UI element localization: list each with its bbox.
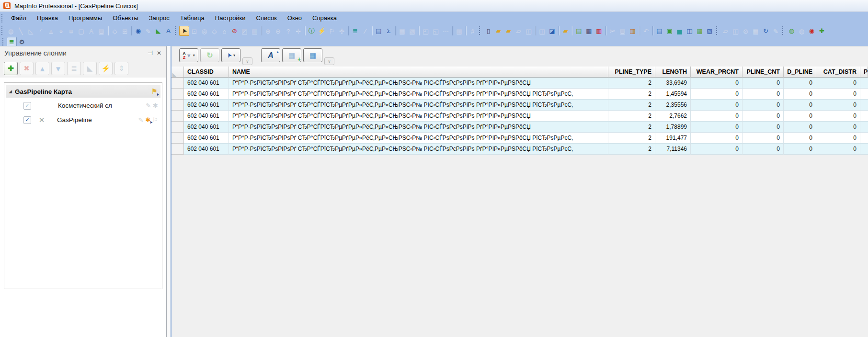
layer-hotlink-button[interactable]: ⚡ bbox=[99, 62, 113, 75]
cell-name[interactable]: Р“Р°Р·РѕРїСЂРѕРІРѕРґ СЂР°СЃРїСЂРµРґРµР»Р… bbox=[229, 122, 608, 133]
import-icon[interactable]: ▤ bbox=[574, 26, 584, 36]
cell-pline_type[interactable]: 2 bbox=[608, 144, 655, 155]
dbms-disconnect-icon[interactable]: ◫ bbox=[731, 26, 741, 36]
cell-d_pline[interactable]: 0 bbox=[784, 133, 816, 144]
open-workspace-icon[interactable]: ▰ bbox=[503, 26, 514, 36]
cell-name[interactable]: Р“Р°Р·РѕРїСЂРѕРІРѕРґ СЂР°СЃРїСЂРµРґРµР»Р… bbox=[229, 89, 608, 100]
menu-item-8[interactable]: Окно bbox=[282, 13, 307, 23]
cell-length[interactable]: 2,35556 bbox=[655, 100, 691, 111]
new-browser-icon[interactable]: ▤ bbox=[654, 26, 664, 36]
menu-item-2[interactable]: Программы bbox=[63, 13, 107, 23]
cell-pline_type[interactable]: 2 bbox=[608, 122, 655, 133]
line-style-icon[interactable]: ✎ bbox=[143, 26, 153, 36]
drag-map-window-icon[interactable]: ✜ bbox=[337, 26, 347, 36]
distance-calculator-icon[interactable]: ⋯ bbox=[441, 26, 451, 36]
set-target-district-icon[interactable]: ▦ bbox=[397, 26, 407, 36]
cell-name[interactable]: Р“Р°Р·РѕРїСЂРѕРІРѕРґ СЂР°СЃРїСЂРµРґРµР»Р… bbox=[229, 133, 608, 144]
dbms-make-mappable-icon[interactable]: ▦ bbox=[751, 26, 761, 36]
menu-item-9[interactable]: Справка bbox=[307, 13, 342, 23]
set-clip-region-icon[interactable]: ◱ bbox=[431, 26, 441, 36]
map-node-row[interactable]: ◢ GasPipeline Карта ⚑➤ bbox=[6, 85, 160, 98]
layer-visibility-checkbox[interactable]: ✓ bbox=[23, 102, 31, 110]
add-layer-button[interactable]: ✚ bbox=[4, 62, 18, 75]
edit-layer-icon[interactable]: ✎ bbox=[138, 116, 144, 124]
layer-style-sample[interactable]: ✕ bbox=[33, 116, 50, 124]
label-layers-button[interactable]: ⇕ bbox=[114, 62, 128, 75]
boundary-select-icon[interactable]: ⌂ bbox=[219, 26, 229, 36]
create-points-icon[interactable]: ✚ bbox=[817, 26, 827, 36]
layer-control-icon[interactable]: ≣ bbox=[350, 26, 360, 36]
cell-p[interactable] bbox=[860, 133, 868, 144]
row-select-cell[interactable] bbox=[171, 89, 184, 100]
zoom-in-icon[interactable]: ⊕ bbox=[263, 26, 273, 36]
cell-pline_cnt[interactable]: 0 bbox=[742, 144, 784, 155]
cell-pline_cnt[interactable]: 0 bbox=[742, 89, 784, 100]
modify-layer-button[interactable]: ≣ bbox=[67, 62, 81, 75]
cell-cat_distr[interactable]: 0 bbox=[816, 111, 860, 122]
dbms-unlink-icon[interactable]: ⊘ bbox=[741, 26, 751, 36]
select-tool-button[interactable]: ➤▾ bbox=[221, 48, 240, 62]
cell-wear_prcnt[interactable]: 0 bbox=[691, 100, 742, 111]
cell-name[interactable]: Р“Р°Р·РѕРїСЂРѕРІРѕРґ СЂР°СЃРїСЂРµРґРµР»Р… bbox=[229, 144, 608, 155]
cell-p[interactable] bbox=[860, 78, 868, 89]
clip-region-on-off-icon[interactable]: ◰ bbox=[421, 26, 431, 36]
cell-classid[interactable]: 602 040 601 bbox=[184, 100, 229, 111]
select-tool-icon[interactable]: ➤ bbox=[179, 26, 189, 36]
cell-pline_type[interactable]: 2 bbox=[608, 89, 655, 100]
row-select-cell[interactable] bbox=[171, 100, 184, 111]
menu-item-6[interactable]: Настройки bbox=[210, 13, 251, 23]
draw-text-icon[interactable]: A bbox=[86, 26, 96, 36]
cut-icon[interactable]: ✂ bbox=[607, 26, 617, 36]
cell-d_pline[interactable]: 0 bbox=[784, 100, 816, 111]
undo-icon[interactable]: ↶ bbox=[641, 26, 651, 36]
menu-item-3[interactable]: Объекты bbox=[107, 13, 144, 23]
cell-length[interactable]: 1,45594 bbox=[655, 89, 691, 100]
ruler-icon[interactable]: ∕ bbox=[360, 26, 370, 36]
cell-wear_prcnt[interactable]: 0 bbox=[691, 111, 742, 122]
print-icon[interactable]: ▦ bbox=[584, 26, 594, 36]
cell-p[interactable] bbox=[860, 89, 868, 100]
new-table-icon[interactable]: ▯ bbox=[483, 26, 493, 36]
cell-cat_distr[interactable]: 0 bbox=[816, 78, 860, 89]
menu-item-5[interactable]: Таблица bbox=[175, 13, 210, 23]
tool-windows-toggle-icon[interactable]: ⚙ bbox=[17, 37, 27, 47]
change-view-icon[interactable]: ? bbox=[283, 26, 293, 36]
cell-cat_distr[interactable]: 0 bbox=[816, 133, 860, 144]
cell-length[interactable]: 191,477 bbox=[655, 133, 691, 144]
cell-classid[interactable]: 602 040 601 bbox=[184, 78, 229, 89]
cell-p[interactable] bbox=[860, 122, 868, 133]
cell-d_pline[interactable]: 0 bbox=[784, 89, 816, 100]
move-layer-down-button[interactable]: ▼ bbox=[51, 62, 65, 75]
cell-p[interactable] bbox=[860, 111, 868, 122]
sort-filter-button[interactable]: AZ▼▾ bbox=[179, 48, 198, 62]
edit-layer-icon[interactable]: ✎ bbox=[146, 102, 151, 109]
draw-frame-icon[interactable]: ▣ bbox=[96, 26, 106, 36]
cell-wear_prcnt[interactable]: 0 bbox=[691, 78, 742, 89]
cell-name[interactable]: Р“Р°Р·РѕРїСЂРѕРІРѕРґ СЂР°СЃРїСЂРµРґРµР»Р… bbox=[229, 100, 608, 111]
cell-pline_type[interactable]: 2 bbox=[608, 100, 655, 111]
menu-item-0[interactable]: Файл bbox=[6, 13, 32, 23]
layer-control-panel-toggle-icon[interactable]: ≣ bbox=[7, 37, 17, 47]
new-redistrict-icon[interactable]: ▦ bbox=[695, 26, 705, 36]
cell-length[interactable]: 33,6949 bbox=[655, 78, 691, 89]
cell-name[interactable]: Р“Р°Р·РѕРїСЂРѕРІРѕРґ СЂР°СЃРїСЂРµРґРµР»Р… bbox=[229, 78, 608, 89]
row-select-cell[interactable] bbox=[171, 144, 184, 155]
autolabel-layer-icon[interactable]: ✱ bbox=[153, 102, 158, 109]
cell-classid[interactable]: 602 040 601 bbox=[184, 111, 229, 122]
region-style-icon[interactable]: ◣ bbox=[153, 26, 163, 36]
cell-length[interactable]: 7,11346 bbox=[655, 144, 691, 155]
draw-polygon-icon[interactable]: ▲ bbox=[46, 26, 56, 36]
unselect-all-icon[interactable]: ⊘ bbox=[229, 26, 240, 36]
cell-wear_prcnt[interactable]: 0 bbox=[691, 144, 742, 155]
info-tool-icon[interactable]: ⓘ bbox=[307, 26, 317, 36]
cell-d_pline[interactable]: 0 bbox=[784, 122, 816, 133]
toolbar-overflow[interactable]: ∨ bbox=[242, 57, 252, 65]
draw-ellipse-icon[interactable]: ● bbox=[56, 26, 66, 36]
cell-name[interactable]: Р“Р°Р·РѕРїСЂРѕРІРѕРґ СЂР°СЃРїСЂРµРґРµР»Р… bbox=[229, 111, 608, 122]
cell-classid[interactable]: 602 040 601 bbox=[184, 122, 229, 133]
menu-item-1[interactable]: Правка bbox=[32, 13, 63, 23]
open-dbms-table-icon[interactable]: ▱ bbox=[720, 26, 731, 36]
hotlink-icon[interactable]: ⚡ bbox=[317, 26, 327, 36]
cell-d_pline[interactable]: 0 bbox=[784, 78, 816, 89]
cell-p[interactable] bbox=[860, 144, 868, 155]
